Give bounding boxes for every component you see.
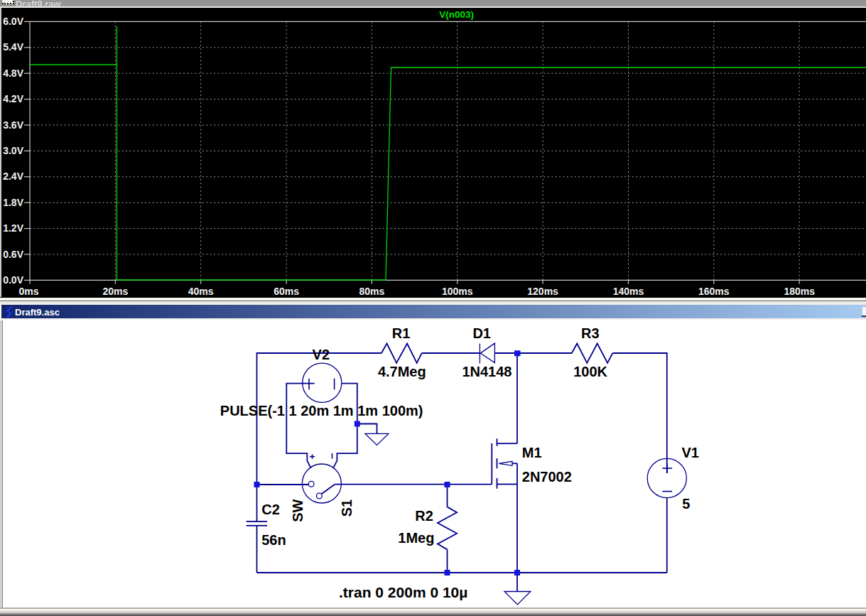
svg-text:56n: 56n	[261, 532, 286, 548]
svg-text:M1: M1	[522, 445, 542, 460]
svg-text:0ms: 0ms	[18, 286, 38, 297]
svg-text:2N7002: 2N7002	[522, 469, 572, 485]
svg-text:100K: 100K	[573, 364, 607, 379]
svg-text:PULSE(-1 1 20m 1m 1m 100m): PULSE(-1 1 20m 1m 1m 100m)	[220, 403, 423, 418]
svg-text:V(n003): V(n003)	[439, 9, 474, 20]
svg-text:40ms: 40ms	[188, 286, 214, 297]
svg-text:1Meg: 1Meg	[398, 530, 434, 546]
svg-text:R3: R3	[581, 325, 600, 341]
svg-text:C2: C2	[261, 502, 280, 517]
svg-text:2.4V: 2.4V	[3, 171, 23, 182]
svg-text:100ms: 100ms	[442, 286, 473, 297]
svg-text:1.2V: 1.2V	[3, 222, 23, 234]
svg-text:4.8V: 4.8V	[3, 67, 23, 79]
svg-text:120ms: 120ms	[527, 286, 558, 297]
svg-text:140ms: 140ms	[613, 286, 644, 297]
svg-text:0.6V: 0.6V	[3, 249, 23, 260]
svg-text:5: 5	[682, 496, 690, 512]
svg-text:R1: R1	[392, 325, 411, 341]
svg-text:D1: D1	[472, 325, 491, 341]
svg-text:180ms: 180ms	[784, 286, 815, 297]
svg-text:20ms: 20ms	[102, 286, 128, 297]
svg-text:1N4148: 1N4148	[462, 364, 512, 379]
svg-text:6.0V: 6.0V	[3, 16, 23, 27]
svg-text:.tran 0 200m 0 10µ: .tran 0 200m 0 10µ	[339, 584, 467, 600]
svg-text:3.0V: 3.0V	[3, 145, 23, 156]
svg-text:4.7Meg: 4.7Meg	[378, 364, 426, 379]
svg-text:5.4V: 5.4V	[3, 41, 23, 53]
svg-text:SW: SW	[290, 499, 305, 522]
svg-text:3.6V: 3.6V	[3, 119, 23, 131]
svg-text:80ms: 80ms	[359, 286, 384, 297]
svg-text:V2: V2	[313, 347, 330, 362]
svg-text:4.2V: 4.2V	[3, 93, 23, 104]
svg-text:0.0V: 0.0V	[3, 274, 23, 286]
svg-text:S1: S1	[339, 499, 354, 517]
svg-text:160ms: 160ms	[698, 286, 730, 297]
svg-text:1.8V: 1.8V	[3, 197, 23, 208]
svg-text:60ms: 60ms	[274, 286, 299, 297]
svg-text:V1: V1	[682, 445, 699, 460]
svg-text:R2: R2	[415, 508, 433, 524]
